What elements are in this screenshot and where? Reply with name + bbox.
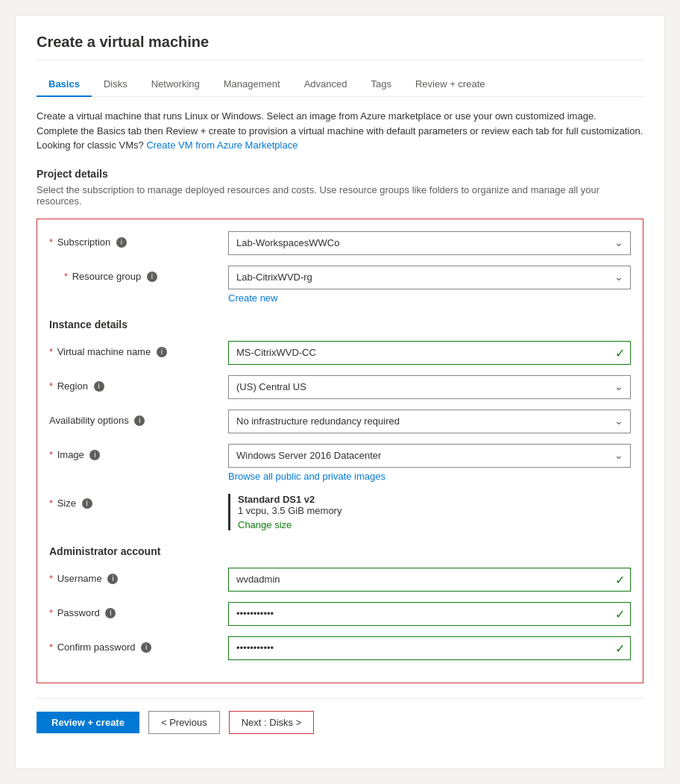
username-check-icon: ✓ — [615, 572, 625, 586]
tab-bar: Basics Disks Networking Management Advan… — [37, 72, 643, 97]
browse-images-link[interactable]: Browse all public and private images — [228, 471, 631, 482]
resource-group-row: * Resource group i Lab-CitrixWVD-rg Crea… — [49, 266, 631, 304]
resource-group-info-icon[interactable]: i — [147, 272, 157, 282]
tab-basics[interactable]: Basics — [37, 72, 92, 97]
image-label: * Image i — [49, 444, 228, 461]
vm-name-info-icon[interactable]: i — [157, 347, 167, 357]
vm-name-label: * Virtual machine name i — [49, 341, 228, 358]
vm-name-check-icon: ✓ — [615, 345, 625, 360]
username-input-wrapper: ✓ — [228, 568, 631, 592]
password-input-wrapper: ✓ — [228, 602, 631, 626]
tab-management[interactable]: Management — [212, 72, 292, 97]
size-box: Standard DS1 v2 1 vcpu, 3.5 GiB memory C… — [228, 494, 631, 530]
availability-select[interactable]: No infrastructure redundancy required — [228, 410, 631, 433]
resource-group-label: * Resource group i — [49, 266, 228, 283]
size-info-icon[interactable]: i — [82, 498, 92, 509]
next-disks-button[interactable]: Next : Disks > — [229, 711, 315, 734]
region-label: * Region i — [49, 375, 228, 392]
username-label: * Username i — [49, 568, 228, 585]
password-info-icon[interactable]: i — [105, 608, 116, 618]
footer: Review + create < Previous Next : Disks … — [37, 698, 643, 746]
create-new-resource-group-link[interactable]: Create new — [228, 292, 631, 304]
vm-name-input-wrapper: ✓ — [228, 341, 631, 365]
image-row: * Image i Windows Server 2016 Datacenter… — [49, 444, 631, 482]
subscription-info-icon[interactable]: i — [116, 237, 127, 248]
region-select[interactable]: (US) Central US — [228, 375, 631, 399]
tab-networking[interactable]: Networking — [139, 72, 212, 97]
subscription-row: * Subscription i Lab-WorkspacesWWCo — [49, 231, 631, 255]
create-vm-panel: Create a virtual machine Basics Disks Ne… — [15, 15, 665, 769]
password-label: * Password i — [49, 602, 228, 619]
availability-info-icon[interactable]: i — [134, 415, 145, 426]
page-title: Create a virtual machine — [37, 34, 643, 51]
project-details-title: Project details — [37, 168, 643, 180]
previous-button[interactable]: < Previous — [148, 711, 220, 734]
size-detail: 1 vcpu, 3.5 GiB memory — [238, 505, 631, 516]
password-input[interactable] — [228, 602, 631, 626]
subscription-label: * Subscription i — [49, 231, 228, 248]
subscription-select-wrapper: Lab-WorkspacesWWCo — [228, 231, 631, 255]
username-row: * Username i ✓ — [49, 568, 631, 592]
size-row: * Size i Standard DS1 v2 1 vcpu, 3.5 GiB… — [49, 492, 631, 530]
image-select-wrapper: Windows Server 2016 Datacenter — [228, 444, 631, 468]
vm-name-row: * Virtual machine name i ✓ — [49, 341, 631, 365]
admin-account-title: Administrator account — [49, 545, 631, 557]
availability-row: Availability options i No infrastructure… — [49, 410, 631, 433]
tab-advanced[interactable]: Advanced — [292, 72, 359, 97]
username-info-icon[interactable]: i — [107, 574, 118, 584]
change-size-link[interactable]: Change size — [238, 519, 631, 530]
image-info-icon[interactable]: i — [89, 450, 100, 460]
tab-disks[interactable]: Disks — [92, 72, 139, 97]
classic-vm-link[interactable]: Create VM from Azure Marketplace — [146, 139, 298, 151]
project-details-desc: Select the subscription to manage deploy… — [37, 184, 643, 207]
image-select[interactable]: Windows Server 2016 Datacenter — [228, 444, 631, 468]
confirm-password-row: * Confirm password i ✓ — [49, 636, 631, 660]
confirm-password-input-wrapper: ✓ — [228, 636, 631, 660]
size-label: * Size i — [49, 492, 228, 509]
title-divider — [37, 60, 643, 60]
region-select-wrapper: (US) Central US — [228, 375, 631, 399]
region-row: * Region i (US) Central US — [49, 375, 631, 399]
password-row: * Password i ✓ — [49, 602, 631, 626]
availability-label: Availability options i — [49, 410, 228, 427]
resource-group-select-wrapper: Lab-CitrixWVD-rg — [228, 266, 631, 289]
tab-tags[interactable]: Tags — [359, 72, 403, 97]
size-name: Standard DS1 v2 — [238, 494, 631, 505]
resource-group-select[interactable]: Lab-CitrixWVD-rg — [228, 266, 631, 289]
review-create-button[interactable]: Review + create — [37, 712, 139, 733]
confirm-password-info-icon[interactable]: i — [141, 642, 151, 653]
vm-name-input[interactable] — [228, 341, 631, 365]
form-area: * Subscription i Lab-WorkspacesWWCo * Re… — [37, 219, 643, 683]
confirm-password-check-icon: ✓ — [615, 641, 625, 655]
password-check-icon: ✓ — [615, 606, 625, 621]
availability-select-wrapper: No infrastructure redundancy required — [228, 410, 631, 433]
subscription-select[interactable]: Lab-WorkspacesWWCo — [228, 231, 631, 255]
tab-review-create[interactable]: Review + create — [403, 72, 497, 97]
description-text: Create a virtual machine that runs Linux… — [37, 109, 643, 153]
instance-details-title: Instance details — [49, 319, 631, 330]
confirm-password-input[interactable] — [228, 636, 631, 660]
confirm-password-label: * Confirm password i — [49, 636, 228, 653]
region-info-icon[interactable]: i — [94, 381, 104, 392]
username-input[interactable] — [228, 568, 631, 592]
